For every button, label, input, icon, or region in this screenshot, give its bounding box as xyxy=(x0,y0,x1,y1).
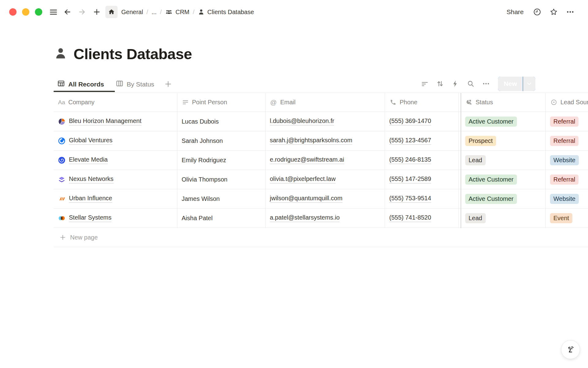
view-more-icon[interactable] xyxy=(480,78,492,90)
status-cell[interactable]: Lead xyxy=(461,151,546,170)
point-person-cell[interactable]: Emily Rodriguez xyxy=(177,151,266,170)
status-cell[interactable]: Active Customer xyxy=(461,112,546,131)
column-header-phone[interactable]: Phone xyxy=(385,93,459,112)
new-page-button[interactable]: New page xyxy=(54,228,588,247)
company-cell[interactable]: Nexus Networks xyxy=(54,170,177,189)
phone-cell[interactable]: (555) 741-8520 xyxy=(385,209,459,228)
status-cell[interactable]: Prospect xyxy=(461,131,546,150)
forward-icon[interactable] xyxy=(76,6,88,18)
lead-source-cell[interactable]: Referral xyxy=(546,131,588,150)
favorite-star-icon[interactable] xyxy=(548,6,560,18)
new-record-chevron-down-icon[interactable] xyxy=(523,77,535,91)
table-row: Stellar SystemsAisha Patela.patel@stella… xyxy=(54,209,588,228)
company-cell[interactable]: Bleu Horizon Management xyxy=(54,112,177,131)
add-view-plus-icon[interactable] xyxy=(163,79,173,90)
sidebar-menu-icon[interactable] xyxy=(47,6,59,18)
email-link[interactable]: l.dubois@bleuhorizon.fr xyxy=(270,117,334,125)
point-person-cell[interactable]: James Wilson xyxy=(177,189,266,208)
filter-icon[interactable] xyxy=(419,78,431,90)
phone-link[interactable]: (555) 123-4567 xyxy=(389,137,431,145)
back-icon[interactable] xyxy=(61,6,74,18)
status-cell[interactable]: Lead xyxy=(461,209,546,228)
phone-link[interactable]: (555) 246-8135 xyxy=(389,156,431,164)
lead-source-cell[interactable]: Referral xyxy=(546,112,588,131)
company-name-link[interactable]: Bleu Horizon Management xyxy=(69,117,141,125)
column-header-label: Phone xyxy=(400,99,417,106)
point-person-cell[interactable]: Olivia Thompson xyxy=(177,170,266,189)
email-cell[interactable]: a.patel@stellarsystems.io xyxy=(266,209,385,228)
new-record-button[interactable]: New xyxy=(498,77,523,91)
company-name-link[interactable]: Urban Influence xyxy=(69,195,112,203)
new-tab-plus-icon[interactable] xyxy=(91,6,103,18)
email-link[interactable]: e.rodriguez@swiftstream.ai xyxy=(270,156,344,164)
company-name-link[interactable]: Nexus Networks xyxy=(69,175,114,183)
tab-all-records[interactable]: All Records xyxy=(54,77,112,91)
phone-cell[interactable]: (555) 246-8135 xyxy=(385,151,459,170)
point-person-cell[interactable]: Aisha Patel xyxy=(177,209,266,228)
breadcrumb-item[interactable]: ... xyxy=(150,8,159,16)
people-icon xyxy=(165,9,173,15)
email-cell[interactable]: jwilson@quantumquill.com xyxy=(266,189,385,208)
phone-link[interactable]: (555) 741-8520 xyxy=(389,214,431,222)
lead-source-badge: Referral xyxy=(550,136,579,146)
email-link[interactable]: a.patel@stellarsystems.io xyxy=(270,214,340,222)
active-tab-underline xyxy=(54,91,115,92)
phone-cell[interactable]: (555) 147-2589 xyxy=(385,170,459,189)
lead-source-cell[interactable]: Event xyxy=(546,209,588,228)
blue-swirl-logo xyxy=(58,137,66,145)
company-name-link[interactable]: Global Ventures xyxy=(69,137,112,145)
lead-source-cell[interactable]: Website xyxy=(546,151,588,170)
company-cell[interactable]: Stellar Systems xyxy=(54,209,177,228)
email-cell[interactable]: e.rodriguez@swiftstream.ai xyxy=(266,151,385,170)
column-header-status[interactable]: Status xyxy=(461,93,546,112)
phone-link[interactable]: (555) 753-9514 xyxy=(389,195,431,203)
column-header-point-person[interactable]: Point Person xyxy=(177,93,266,112)
phone-cell[interactable]: (555) 123-4567 xyxy=(385,131,459,150)
phone-link[interactable]: (555) 147-2589 xyxy=(389,175,431,183)
column-header-label: Company xyxy=(68,99,95,106)
column-header-lead-source[interactable]: Lead Source xyxy=(546,93,588,112)
email-cell[interactable]: l.dubois@bleuhorizon.fr xyxy=(266,112,385,131)
minimize-window-button[interactable] xyxy=(22,8,29,16)
phone-cell[interactable]: (555) 369-1470 xyxy=(385,112,459,131)
blue-spiral-logo xyxy=(58,156,66,164)
email-cell[interactable]: sarah.j@brightsparksolns.com xyxy=(266,131,385,150)
home-icon[interactable] xyxy=(105,6,118,18)
phone-cell[interactable]: (555) 753-9514 xyxy=(385,189,459,208)
breadcrumb-label: General xyxy=(121,9,143,16)
email-link[interactable]: sarah.j@brightsparksolns.com xyxy=(270,137,352,145)
company-name-link[interactable]: Stellar Systems xyxy=(69,214,111,222)
email-link[interactable]: olivia.t@pixelperfect.law xyxy=(270,175,336,183)
point-person-cell[interactable]: Sarah Johnson xyxy=(177,131,266,150)
lead-source-cell[interactable]: Referral xyxy=(546,170,588,189)
company-cell[interactable]: Elevate Media xyxy=(54,151,177,170)
status-cell[interactable]: Active Customer xyxy=(461,189,546,208)
email-link[interactable]: jwilson@quantumquill.com xyxy=(270,195,342,203)
column-header-company[interactable]: AaCompany xyxy=(54,93,177,112)
close-window-button[interactable] xyxy=(9,8,17,16)
column-header-email[interactable]: @Email xyxy=(266,93,385,112)
company-cell[interactable]: Global Ventures xyxy=(54,131,177,150)
company-name-link[interactable]: Elevate Media xyxy=(69,156,108,164)
more-options-icon[interactable] xyxy=(564,6,576,18)
status-cell[interactable]: Active Customer xyxy=(461,170,546,189)
history-clock-icon[interactable] xyxy=(531,6,543,18)
search-icon[interactable] xyxy=(465,78,477,90)
point-person-cell[interactable]: Lucas Dubois xyxy=(177,112,266,131)
zap-icon[interactable] xyxy=(450,78,461,90)
lead-source-cell[interactable]: Website xyxy=(546,189,588,208)
breadcrumb-item[interactable]: CRM xyxy=(163,8,191,16)
sort-icon[interactable] xyxy=(434,78,446,90)
notion-ai-face-button[interactable] xyxy=(561,340,580,359)
column-header-label: Lead Source xyxy=(560,99,588,106)
new-page-label: New page xyxy=(70,234,98,241)
breadcrumb-separator: / xyxy=(160,9,162,16)
zoom-window-button[interactable] xyxy=(35,8,42,16)
company-cell[interactable]: Urban Influence xyxy=(54,189,177,208)
share-button[interactable]: Share xyxy=(503,6,527,17)
email-cell[interactable]: olivia.t@pixelperfect.law xyxy=(266,170,385,189)
breadcrumb-item[interactable]: Clients Database xyxy=(196,8,256,16)
tab-by-status[interactable]: By Status xyxy=(112,77,162,91)
breadcrumb-item[interactable]: General xyxy=(119,8,145,16)
phone-link[interactable]: (555) 369-1470 xyxy=(389,117,431,125)
